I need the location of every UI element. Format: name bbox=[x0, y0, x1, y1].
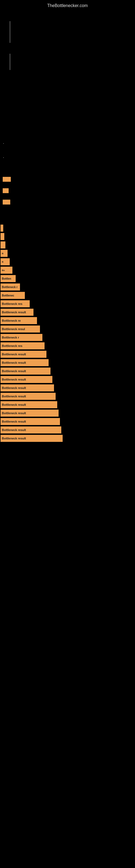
bottleneck-bar-12: Bottleneck re bbox=[1, 317, 37, 324]
bottleneck-bar-7: Bottlen bbox=[1, 275, 16, 282]
bottleneck-bar-4: B bbox=[1, 250, 8, 257]
bottleneck-bar-24: Bottleneck result bbox=[1, 418, 60, 425]
bottleneck-bar-18: Bottleneck result bbox=[1, 368, 50, 375]
bottleneck-bar-8: Bottleneck r bbox=[1, 283, 20, 290]
bottleneck-bar-14: Bottleneck r bbox=[1, 334, 42, 341]
v-indicator-2 bbox=[3, 157, 4, 158]
bottleneck-bar-15: Bottleneck res bbox=[1, 342, 45, 349]
bottleneck-row-20: Bottleneck result bbox=[1, 384, 132, 392]
axis-line-2 bbox=[10, 54, 10, 70]
bottleneck-row-19: Bottleneck result bbox=[1, 376, 132, 383]
bottleneck-row-10: Bottleneck res bbox=[1, 300, 132, 307]
bottleneck-row-26: Bottleneck result bbox=[1, 435, 132, 442]
bottleneck-bar-1 bbox=[1, 225, 3, 231]
bottleneck-row-2 bbox=[1, 233, 132, 240]
mini-bar-3 bbox=[3, 199, 10, 205]
site-title: TheBottlenecker.com bbox=[0, 0, 135, 10]
bottleneck-row-24: Bottleneck result bbox=[1, 418, 132, 425]
bottleneck-bar-10: Bottleneck res bbox=[1, 300, 30, 307]
bottleneck-bar-11: Bottleneck result bbox=[1, 309, 34, 316]
bottleneck-row-23: Bottleneck result bbox=[1, 410, 132, 416]
bottleneck-bar-19: Bottleneck result bbox=[1, 376, 52, 383]
bottleneck-bar-2 bbox=[1, 233, 4, 240]
bottleneck-bar-5: B bbox=[1, 258, 10, 265]
mini-bar-2 bbox=[3, 188, 9, 193]
bottleneck-results-section: BBBoBottlenBottleneck rBottlenecBottlene… bbox=[0, 222, 135, 453]
bottleneck-bar-3 bbox=[1, 241, 5, 248]
bottleneck-row-7: Bottlen bbox=[1, 275, 132, 282]
bottleneck-bar-16: Bottleneck result bbox=[1, 351, 46, 358]
dropdown-row-3 bbox=[3, 199, 132, 206]
dropdown-row-2 bbox=[3, 188, 132, 194]
bottleneck-row-3 bbox=[1, 241, 132, 248]
bottleneck-row-21: Bottleneck result bbox=[1, 393, 132, 400]
bottleneck-row-8: Bottleneck r bbox=[1, 283, 132, 290]
bottleneck-row-14: Bottleneck r bbox=[1, 334, 132, 341]
bottleneck-row-6: Bo bbox=[1, 267, 132, 274]
bottleneck-row-16: Bottleneck result bbox=[1, 351, 132, 358]
bottleneck-bar-22: Bottleneck result bbox=[1, 401, 57, 408]
controls-area bbox=[0, 141, 135, 222]
bottleneck-bar-23: Bottleneck result bbox=[1, 410, 58, 416]
bottleneck-bar-13: Bottleneck resul bbox=[1, 326, 40, 333]
bottleneck-row-18: Bottleneck result bbox=[1, 368, 132, 375]
chart-area bbox=[0, 10, 135, 141]
bottleneck-row-1 bbox=[1, 225, 132, 231]
bottleneck-row-5: B bbox=[1, 258, 132, 265]
bottleneck-row-12: Bottleneck re bbox=[1, 317, 132, 324]
bottleneck-bar-25: Bottleneck result bbox=[1, 426, 61, 433]
axis-line bbox=[10, 21, 10, 43]
bottleneck-row-15: Bottleneck res bbox=[1, 342, 132, 349]
bottleneck-row-22: Bottleneck result bbox=[1, 401, 132, 408]
page-wrapper: TheBottlenecker.com BBBoBottlenBottlenec… bbox=[0, 0, 135, 453]
dropdown-row-1 bbox=[3, 177, 132, 183]
bottleneck-bar-21: Bottleneck result bbox=[1, 393, 56, 400]
mini-bar-1 bbox=[3, 177, 11, 182]
bottleneck-bar-26: Bottleneck result bbox=[1, 435, 63, 442]
bottleneck-bar-17: Bottleneck result bbox=[1, 359, 49, 366]
bottleneck-bar-9: Bottlenec bbox=[1, 292, 25, 299]
bottleneck-bar-20: Bottleneck result bbox=[1, 384, 54, 392]
bottleneck-row-9: Bottlenec bbox=[1, 292, 132, 299]
bottleneck-bar-6: Bo bbox=[1, 267, 12, 274]
bottleneck-row-17: Bottleneck result bbox=[1, 359, 132, 366]
v-indicator bbox=[3, 143, 4, 144]
bottleneck-row-11: Bottleneck result bbox=[1, 309, 132, 316]
bottleneck-row-13: Bottleneck resul bbox=[1, 326, 132, 333]
bottleneck-row-25: Bottleneck result bbox=[1, 426, 132, 433]
bottleneck-row-4: B bbox=[1, 250, 132, 257]
